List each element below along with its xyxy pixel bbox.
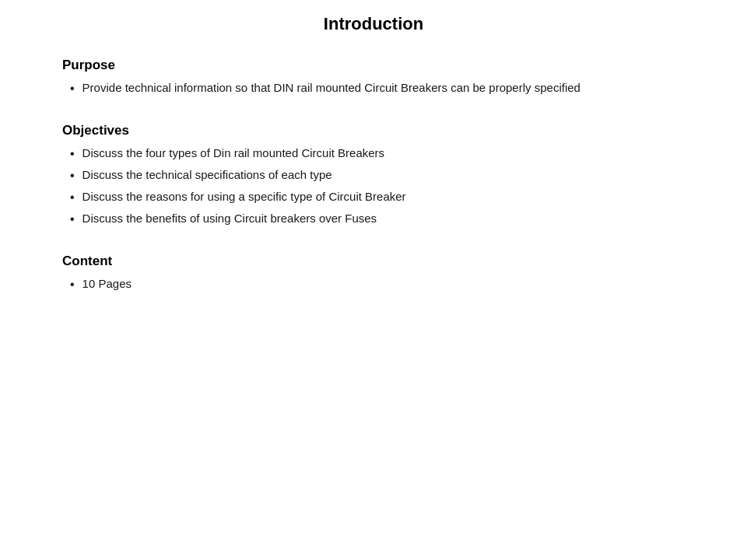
bullet-text: Discuss the benefits of using Circuit br…: [82, 210, 685, 228]
bullet-list-purpose: Provide technical information so that DI…: [62, 79, 685, 98]
bullet-text: 10 Pages: [82, 275, 685, 293]
section-content: Content 10 Pages: [62, 254, 685, 297]
bullet-text: Discuss the reasons for using a specific…: [82, 188, 685, 206]
bullet-text: Discuss the four types of Din rail mount…: [82, 145, 685, 163]
bullet-text: Provide technical information so that DI…: [82, 79, 685, 97]
list-item: Provide technical information so that DI…: [62, 79, 685, 98]
bullet-text: Discuss the technical specifications of …: [82, 166, 685, 184]
list-item: Discuss the benefits of using Circuit br…: [62, 210, 685, 229]
section-purpose: Purpose Provide technical information so…: [62, 58, 685, 101]
list-item: Discuss the four types of Din rail mount…: [62, 145, 685, 163]
list-item: 10 Pages: [62, 275, 685, 294]
section-heading-purpose: Purpose: [62, 58, 685, 73]
section-heading-content: Content: [62, 254, 685, 269]
page-title: Introduction: [62, 0, 685, 58]
page-container: Introduction Purpose Provide technical i…: [0, 0, 747, 560]
list-item: Discuss the technical specifications of …: [62, 166, 685, 185]
list-item: Discuss the reasons for using a specific…: [62, 188, 685, 207]
bullet-list-objectives: Discuss the four types of Din rail mount…: [62, 145, 685, 229]
section-heading-objectives: Objectives: [62, 123, 685, 138]
bullet-list-content: 10 Pages: [62, 275, 685, 294]
section-objectives: Objectives Discuss the four types of Din…: [62, 123, 685, 232]
